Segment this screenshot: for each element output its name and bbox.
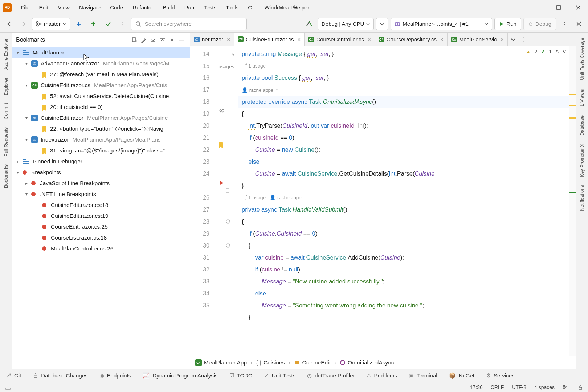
menu-refactor[interactable]: Refactor: [127, 4, 157, 11]
toolwin-dynamic-program-analysis[interactable]: 📈Dynamic Program Analysis: [143, 372, 217, 379]
rail-unit-tests-coverage[interactable]: Unit Tests Coverage: [579, 34, 585, 84]
editor-tab[interactable]: C#CourseRepository.cs×: [375, 33, 448, 46]
rail-azure-explorer[interactable]: Azure Explorer: [3, 35, 9, 73]
readonly-lock-icon[interactable]: [578, 385, 583, 390]
toolbar-more-button[interactable]: ⋮: [558, 18, 571, 30]
tree-bp-group[interactable]: ▸JavaScript Line Breakpoints: [12, 178, 190, 189]
code-editor[interactable]: private string Message { get; set; }1 us…: [238, 46, 569, 356]
breadcrumb-item[interactable]: CuisineEdit: [294, 359, 331, 366]
hide-panel-button[interactable]: —: [177, 37, 186, 43]
rail-explorer[interactable]: Explorer: [3, 74, 9, 99]
tree-bookmark[interactable]: 52: await CuisineService.DeleteCuisine(C…: [12, 91, 190, 102]
move-up-button[interactable]: [158, 37, 167, 43]
tree-pinned[interactable]: ▸Pinned in Debugger: [12, 156, 190, 167]
status-time[interactable]: 17:36: [470, 384, 483, 390]
rail-key-promoter-x[interactable]: Key Promoter X: [579, 140, 585, 181]
editor-tab[interactable]: @ner.razor×: [190, 33, 234, 46]
next-highlight-button[interactable]: ᐯ: [563, 49, 566, 54]
debug-button[interactable]: Debug: [523, 18, 556, 30]
toolwin-dottrace-profiler[interactable]: ◷dotTrace Profiler: [307, 372, 355, 379]
breadcrumb-item[interactable]: OnInitializedAsync: [340, 359, 394, 366]
nav-forward-button[interactable]: [17, 18, 30, 30]
tabs-overflow-button[interactable]: [508, 33, 519, 46]
tree-bp-group[interactable]: ▾.NET Line Breakpoints: [12, 189, 190, 200]
status-indent[interactable]: 4 spaces: [534, 384, 555, 390]
tabs-more-button[interactable]: ⋮: [519, 33, 530, 46]
build-button[interactable]: [303, 18, 315, 30]
search-everywhere[interactable]: Search everywhere: [131, 18, 247, 30]
minimize-button[interactable]: [529, 0, 549, 15]
tree-bookmark[interactable]: 22: <button type="button" @onclick="@Nav…: [12, 123, 190, 134]
status-encoding[interactable]: UTF-8: [512, 384, 526, 390]
maximize-button[interactable]: [549, 0, 568, 15]
menu-file[interactable]: File: [15, 4, 33, 11]
tree-bookmark[interactable]: 31: <img src="@($"/images/{image}")" cla…: [12, 145, 190, 156]
close-button[interactable]: [568, 0, 588, 15]
move-down-button[interactable]: [148, 37, 158, 43]
editor-tab[interactable]: C#MealPlanServic×: [448, 33, 508, 46]
error-stripe[interactable]: [569, 46, 576, 356]
toolwin-git[interactable]: ⎇Git: [5, 372, 21, 379]
editor-tab[interactable]: C#CourseController.cs×: [305, 33, 375, 46]
menu-edit[interactable]: Edit: [33, 4, 52, 11]
menu-code[interactable]: Code: [105, 4, 127, 11]
git-branch-selector[interactable]: master: [32, 18, 70, 30]
menu-tools[interactable]: Tools: [220, 4, 242, 11]
menu-view[interactable]: View: [52, 4, 73, 11]
tree-file[interactable]: ▾@AdvancedPlanner.razorMealPlanner.App/P…: [12, 58, 190, 69]
menu-tests[interactable]: Tests: [198, 4, 220, 11]
rail-pull-requests[interactable]: Pull Requests: [3, 124, 9, 160]
tree-bookmark[interactable]: 20: if (cuisineId == 0): [12, 102, 190, 113]
config-dropdown-button[interactable]: [376, 18, 388, 30]
rail-bookmarks[interactable]: Bookmarks: [3, 161, 9, 192]
menu-run[interactable]: Run: [179, 4, 199, 11]
menu-navigate[interactable]: Navigate: [74, 4, 105, 11]
toolwin-todo[interactable]: ☑TODO: [229, 372, 253, 379]
tree-bp-item[interactable]: CourseList.razor.cs:18: [12, 232, 190, 243]
tree-file[interactable]: ▾@Index.razorMealPlanner.App/Pages/MealP…: [12, 134, 190, 145]
tree-file[interactable]: ▾C#CuisineEdit.razor.csMealPlanner.App/P…: [12, 80, 190, 91]
branch-status[interactable]: [563, 385, 568, 390]
status-line-ending[interactable]: CRLF: [491, 384, 504, 390]
line-number-gutter[interactable]: 5 usages1415161718192021222324 262728293…: [190, 46, 216, 356]
rail-commit[interactable]: Commit: [3, 99, 9, 123]
menu-build[interactable]: Build: [157, 4, 179, 11]
breadcrumb-item[interactable]: C#MealPlanner.App: [195, 359, 247, 366]
toolwin-endpoints[interactable]: ◉Endpoints: [99, 372, 131, 379]
vcs-more-button[interactable]: ⋮: [116, 18, 128, 30]
tree-bp-item[interactable]: CuisineEdit.razor.cs:18: [12, 200, 190, 211]
tree-root[interactable]: ▾MealPlanner: [12, 47, 190, 58]
rail-database[interactable]: Database: [579, 112, 585, 139]
toolwin-problems[interactable]: ⚠Problems: [367, 372, 397, 379]
menu-git[interactable]: Git: [242, 4, 259, 11]
toolwin-terminal[interactable]: ▣Terminal: [409, 372, 437, 379]
panel-settings-button[interactable]: [167, 37, 177, 43]
nav-back-button[interactable]: [3, 18, 15, 30]
prev-highlight-button[interactable]: ᐱ: [555, 49, 559, 54]
tree-bp-item[interactable]: MealPlanController.cs:26: [12, 243, 190, 254]
close-tab-icon[interactable]: ×: [227, 36, 230, 42]
run-config-selector[interactable]: MealPlanner-…oints_4 | #1: [391, 18, 492, 30]
vcs-push-button[interactable]: [102, 18, 114, 30]
tree-bp-item[interactable]: CuisineEdit.razor.cs:19: [12, 211, 190, 221]
inspection-widget[interactable]: ▲2 ✔1 ᐱ ᐯ: [526, 49, 566, 54]
vcs-commit-button[interactable]: [87, 18, 99, 30]
toolwin-database-changes[interactable]: 🗄Database Changes: [33, 372, 87, 379]
tree-breakpoints[interactable]: ▾Breakpoints: [12, 167, 190, 178]
solution-config-selector[interactable]: Debug | Any CPU: [318, 18, 374, 30]
close-tab-icon[interactable]: ×: [298, 36, 301, 42]
gutter-marks[interactable]: [216, 46, 238, 356]
rail-il-viewer[interactable]: IL Viewer: [579, 85, 585, 111]
tree-bookmark[interactable]: 27: @foreach (var meal in MealPlan.Meals…: [12, 69, 190, 80]
run-button[interactable]: Run: [494, 18, 521, 30]
close-tab-icon[interactable]: ×: [501, 36, 504, 42]
editor-tab[interactable]: C#CuisineEdit.razor.cs×: [234, 33, 305, 46]
toolwin-unit-tests[interactable]: ✓Unit Tests: [264, 372, 296, 379]
tree-file[interactable]: ▾@CuisineEdit.razorMealPlanner.App/Pages…: [12, 113, 190, 123]
vcs-update-button[interactable]: [73, 18, 85, 30]
tree-bp-item[interactable]: CourseEdit.razor.cs:25: [12, 221, 190, 232]
rail-notifications[interactable]: Notifications: [579, 181, 585, 215]
toolwin-nuget[interactable]: 📦NuGet: [449, 372, 474, 379]
toolwin-services[interactable]: ⚙Services: [486, 372, 515, 379]
edit-bookmark-button[interactable]: [139, 37, 148, 43]
